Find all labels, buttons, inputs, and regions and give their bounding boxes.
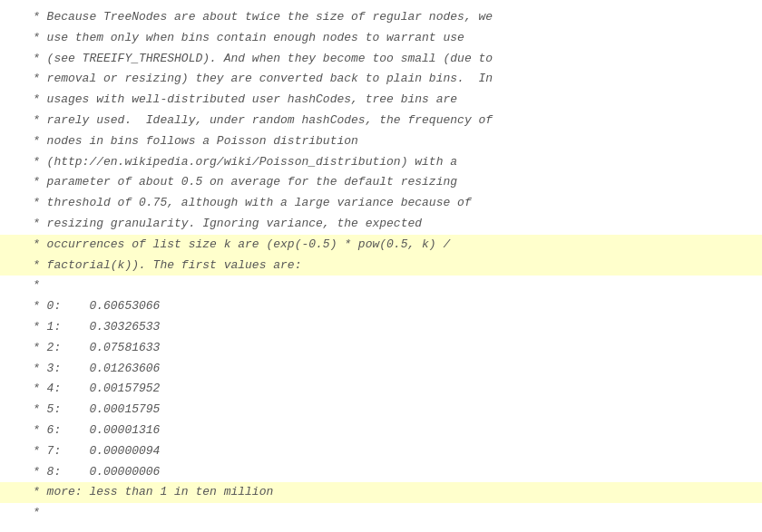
comment-line-11: * occurrences of list size k are (exp(-0… [0,235,762,256]
comment-line-9: * threshold of 0.75, although with a lar… [0,193,762,214]
comment-line-1: * use them only when bins contain enough… [0,28,762,49]
comment-line-3: * removal or resizing) they are converte… [0,69,762,90]
value-line-1: * 1: 0.30326533 [0,317,762,338]
value-line-7: * 7: 0.00000094 [0,441,762,462]
value-line-0: * 0: 0.60653066 [0,296,762,317]
comment-line-0: * Because TreeNodes are about twice the … [0,7,762,28]
comment-line-4: * usages with well-distributed user hash… [0,90,762,111]
comment-lines: * Because TreeNodes are about twice the … [0,7,762,276]
value-line-2: * 2: 0.07581633 [0,338,762,359]
comment-line-12: * factorial(k)). The first values are: [0,256,762,276]
value-line-9: * more: less than 1 in ten million [0,482,762,503]
value-line-5: * 5: 0.00015795 [0,400,762,421]
comment-line-10: * resizing granularity. Ignoring varianc… [0,214,762,235]
value-line-4: * 4: 0.00157952 [0,379,762,400]
comment-line-2: * (see TREEIFY_THRESHOLD). And when they… [0,49,762,70]
value-line-3: * 3: 0.01263606 [0,359,762,380]
value-line-8: * 8: 0.00000006 [0,462,762,483]
empty-line-1: * [0,276,762,296]
trailing-line: * [0,503,762,524]
value-lines: * 0: 0.60653066* 1: 0.30326533* 2: 0.075… [0,296,762,503]
comment-line-8: * parameter of about 0.5 on average for … [0,172,762,193]
value-line-6: * 6: 0.00001316 [0,421,762,441]
comment-line-6: * nodes in bins follows a Poisson distri… [0,131,762,152]
code-block: * Because TreeNodes are about twice the … [0,0,762,532]
comment-line-7: * (http://en.wikipedia.org/wiki/Poisson_… [0,152,762,173]
comment-line-5: * rarely used. Ideally, under random has… [0,111,762,131]
